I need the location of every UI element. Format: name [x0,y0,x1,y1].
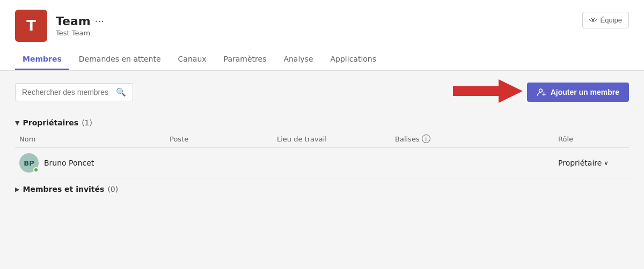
owners-label: Propriétaires [23,118,78,127]
content-area: 🔍 Ajouter un membre [0,71,644,269]
search-icon: 🔍 [116,87,126,97]
add-member-button[interactable]: Ajouter un membre [527,83,629,102]
table-header: Nom Poste Lieu de travail Balises i Rôle [15,130,629,148]
avatar: BP [19,153,39,173]
person-add-icon [537,87,546,97]
owners-chevron-icon: ▼ [15,119,19,126]
member-name-col: BP Bruno Poncet [15,153,165,173]
team-avatar: T [15,10,47,42]
tab-demandes[interactable]: Demandes en attente [71,49,169,70]
tab-membres[interactable]: Membres [15,49,69,70]
equipe-label: Équipe [601,16,622,24]
tabs-bar: Membres Demandes en attente Canaux Param… [0,49,644,71]
role-label: Propriétaire [558,159,602,167]
col-lieu: Lieu de travail [273,132,391,145]
members-count: (0) [107,185,118,193]
tab-analyse[interactable]: Analyse [276,49,320,70]
col-nom: Nom [15,132,165,145]
tab-applications[interactable]: Applications [323,49,384,70]
equipe-button[interactable]: 👁 Équipe [582,12,629,28]
arrow-annotation [453,79,523,104]
team-name: Team [56,14,91,28]
col-poste: Poste [165,132,273,145]
role-chevron-icon: ∨ [604,160,608,167]
role-dropdown[interactable]: Propriétaire ∨ [558,159,625,167]
eye-icon: 👁 [589,16,597,25]
tab-parametres[interactable]: Paramètres [216,49,274,70]
add-member-label: Ajouter un membre [551,88,619,96]
search-box[interactable]: 🔍 [15,83,133,101]
table-row: BP Bruno Poncet Propriétaire ∨ [15,148,629,178]
svg-marker-0 [453,79,523,103]
member-name: Bruno Poncet [44,159,94,167]
team-more-button[interactable]: ··· [95,16,104,27]
col-role: Rôle [554,132,629,145]
members-label: Membres et invités [23,185,104,193]
team-info: Team ··· Test Team [56,14,629,37]
balises-info-icon[interactable]: i [422,134,430,143]
tab-canaux[interactable]: Canaux [171,49,214,70]
members-guests-section-header[interactable]: ▶ Membres et invités (0) [15,178,629,196]
owners-section-header[interactable]: ▼ Propriétaires (1) [15,113,629,130]
team-title: Team ··· [56,14,629,28]
owners-count: (1) [82,118,92,127]
red-arrow-icon [453,79,523,103]
toolbar: 🔍 Ajouter un membre [15,79,629,104]
online-status-dot [33,167,39,173]
page-header: T Team ··· Test Team 👁 Équipe [0,0,644,49]
svg-point-1 [539,89,542,92]
team-subtitle: Test Team [56,29,629,37]
member-role-col: Propriétaire ∨ [554,159,629,167]
search-input[interactable] [22,88,112,96]
members-chevron-icon: ▶ [15,186,19,193]
col-balises: Balises i [391,132,554,145]
